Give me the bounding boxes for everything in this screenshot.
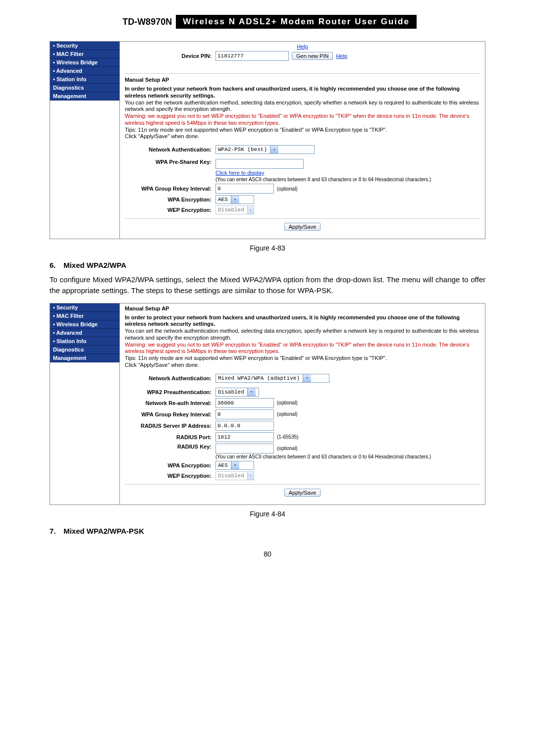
sidebar-item-label: Security bbox=[56, 304, 78, 310]
reauth-label: Network Re-auth Interval: bbox=[125, 400, 215, 406]
radius-key-input[interactable] bbox=[215, 444, 274, 454]
sidebar-item-label: Security bbox=[56, 43, 78, 49]
rekey-label: WPA Group Rekey Interval: bbox=[125, 186, 215, 192]
radius-key-note: (optional) bbox=[277, 446, 298, 451]
radius-ip-input[interactable] bbox=[215, 421, 274, 431]
info-text: In order to protect your network from ha… bbox=[125, 314, 480, 369]
sidebar-item-label: Management bbox=[53, 355, 86, 361]
radius-ip-label: RADIUS Server IP Address: bbox=[125, 423, 215, 429]
chevron-down-icon: ▾ bbox=[270, 146, 278, 153]
sidebar-item-management[interactable]: Management bbox=[50, 354, 119, 362]
reauth-note: (optional) bbox=[277, 400, 298, 405]
sidebar-item-label: Advanced bbox=[56, 330, 83, 336]
main-pane: Manual Setup AP In order to protect your… bbox=[120, 303, 485, 504]
figure-4-84: Security MAC Filter Wireless Bridge Adva… bbox=[50, 303, 485, 505]
section-title: Manual Setup AP bbox=[125, 305, 480, 311]
device-pin-label: Device PIN: bbox=[125, 53, 215, 59]
apply-save-button[interactable]: Apply/Save bbox=[284, 489, 321, 497]
display-key-link[interactable]: Click here to display bbox=[215, 170, 264, 176]
sidebar-item-label: Diagnostics bbox=[53, 85, 84, 91]
sidebar-item-label: MAC Filter bbox=[56, 51, 84, 57]
wpa-enc-select[interactable]: AES ▾ bbox=[215, 461, 254, 470]
psk-label: WPA Pre-Shared Key: bbox=[125, 159, 215, 165]
reauth-input[interactable] bbox=[215, 398, 274, 408]
chevron-down-icon: ▾ bbox=[247, 472, 254, 480]
gen-new-pin-button[interactable]: Gen new PIN bbox=[292, 52, 333, 60]
sidebar-item-diagnostics[interactable]: Diagnostics bbox=[50, 84, 119, 92]
chevron-down-icon: ▾ bbox=[231, 196, 239, 203]
info-text: In order to protect your network from ha… bbox=[125, 86, 480, 140]
radius-key-label: RADIUS Key: bbox=[125, 444, 215, 450]
chevron-down-icon: ▾ bbox=[303, 374, 311, 382]
wpa-enc-label: WPA Encryption: bbox=[125, 197, 215, 202]
doc-header: TD-W8970N Wireless N ADSL2+ Modem Router… bbox=[50, 15, 485, 29]
model-number: TD-W8970N bbox=[118, 16, 176, 28]
net-auth-select[interactable]: Mixed WPA2/WPA (adaptive) ▾ bbox=[215, 374, 329, 383]
sidebar-item-management[interactable]: Management bbox=[50, 92, 119, 101]
sidebar-item-wireless-bridge[interactable]: Wireless Bridge bbox=[50, 58, 119, 67]
net-auth-label: Network Authentication: bbox=[125, 375, 215, 381]
sidebar-item-security[interactable]: Security bbox=[50, 42, 119, 50]
wep-enc-label: WEP Encryption: bbox=[125, 473, 215, 479]
radius-port-note: (1-65535) bbox=[277, 434, 298, 440]
device-pin-input[interactable] bbox=[215, 51, 289, 61]
sidebar: Security MAC Filter Wireless Bridge Adva… bbox=[50, 303, 120, 504]
sidebar-item-station-info[interactable]: Station Info bbox=[50, 75, 119, 84]
section-title: Manual Setup AP bbox=[125, 77, 480, 83]
sidebar-item-mac-filter[interactable]: MAC Filter bbox=[50, 50, 119, 58]
net-auth-label: Network Authentication: bbox=[125, 147, 215, 152]
wep-enc-select: Disabled ▾ bbox=[215, 205, 254, 214]
sidebar-item-wireless-bridge[interactable]: Wireless Bridge bbox=[50, 320, 119, 329]
sidebar-item-label: MAC Filter bbox=[56, 313, 84, 319]
sidebar-item-station-info[interactable]: Station Info bbox=[50, 337, 119, 346]
rekey-note: (optional) bbox=[277, 186, 298, 192]
wpa-enc-label: WPA Encryption: bbox=[125, 462, 215, 468]
chevron-down-icon: ▾ bbox=[231, 461, 239, 469]
chevron-down-icon: ▾ bbox=[247, 388, 256, 396]
sidebar: Security MAC Filter Wireless Bridge Adva… bbox=[50, 42, 120, 239]
help-link[interactable]: Help bbox=[297, 44, 308, 50]
sidebar-item-label: Station Info bbox=[56, 338, 87, 344]
help-link[interactable]: Help bbox=[336, 53, 347, 59]
guide-title: Wireless N ADSL2+ Modem Router User Guid… bbox=[176, 15, 417, 29]
wpa2-preauth-label: WPA2 Preauthentication: bbox=[125, 389, 215, 395]
psk-hint: (You can enter ASCII characters between … bbox=[215, 177, 431, 182]
sidebar-item-label: Management bbox=[53, 93, 86, 99]
sidebar-item-label: Diagnostics bbox=[53, 347, 84, 353]
sidebar-item-label: Wireless Bridge bbox=[56, 59, 98, 65]
radius-key-hint: (You can enter ASCII characters between … bbox=[215, 454, 431, 459]
sidebar-item-advanced[interactable]: Advanced bbox=[50, 329, 119, 337]
section-6-heading: 6. Mixed WPA2/WPA bbox=[50, 261, 485, 269]
sidebar-item-diagnostics[interactable]: Diagnostics bbox=[50, 346, 119, 354]
radius-port-label: RADIUS Port: bbox=[125, 434, 215, 440]
sidebar-item-label: Station Info bbox=[56, 76, 87, 82]
sidebar-item-advanced[interactable]: Advanced bbox=[50, 67, 119, 75]
wpa2-preauth-select[interactable]: Disabled ▾ bbox=[215, 388, 259, 397]
page-number: 80 bbox=[50, 550, 485, 558]
wpa-enc-select[interactable]: AES ▾ bbox=[215, 195, 254, 204]
wep-enc-select: Disabled ▾ bbox=[215, 471, 254, 480]
rekey-input[interactable] bbox=[215, 409, 274, 419]
chevron-down-icon: ▾ bbox=[247, 206, 254, 214]
sidebar-item-security[interactable]: Security bbox=[50, 303, 119, 312]
rekey-input[interactable] bbox=[215, 184, 274, 194]
section-6-body: To configure Mixed WPA2/WPA settings, se… bbox=[50, 274, 485, 296]
sidebar-item-mac-filter[interactable]: MAC Filter bbox=[50, 312, 119, 320]
figure-caption: Figure 4-83 bbox=[50, 244, 485, 252]
apply-save-button[interactable]: Apply/Save bbox=[284, 223, 321, 231]
radius-port-input[interactable] bbox=[215, 432, 274, 442]
figure-4-83: Security MAC Filter Wireless Bridge Adva… bbox=[50, 41, 485, 239]
sidebar-item-label: Advanced bbox=[56, 68, 83, 74]
figure-caption: Figure 4-84 bbox=[50, 510, 485, 518]
rekey-label: WPA Group Rekey Interval: bbox=[125, 411, 215, 417]
wep-enc-label: WEP Encryption: bbox=[125, 207, 215, 213]
net-auth-select[interactable]: WPA2-PSK (best) ▾ bbox=[215, 145, 315, 154]
main-pane: Help Device PIN: Gen new PIN Help Manual… bbox=[120, 42, 485, 239]
psk-input[interactable] bbox=[215, 159, 304, 169]
rekey-note: (optional) bbox=[277, 411, 298, 417]
sidebar-item-label: Wireless Bridge bbox=[56, 321, 98, 327]
section-7-heading: 7. Mixed WPA2/WPA-PSK bbox=[50, 527, 485, 535]
